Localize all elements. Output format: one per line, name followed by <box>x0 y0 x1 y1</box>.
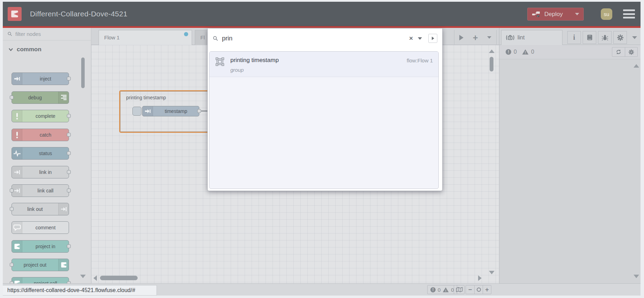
palette-filter-input[interactable]: filter nodes <box>3 28 91 40</box>
tab-flow-2-label: Fl <box>200 35 205 40</box>
node-output-port[interactable] <box>197 109 201 113</box>
sidebar-help-button[interactable] <box>583 31 596 44</box>
search-query-text: prin <box>222 35 409 42</box>
palette-node-inject[interactable]: inject <box>12 72 69 85</box>
palette-node-project-out[interactable]: project out <box>12 259 69 271</box>
palette-node-link-in[interactable]: link in <box>12 166 69 178</box>
canvas-scroll-down-icon[interactable] <box>489 271 495 274</box>
palette-node-label: project out <box>12 259 58 271</box>
palette-node-status[interactable]: status <box>12 147 69 160</box>
node-input-port <box>10 95 14 99</box>
comment-bubble-icon <box>12 222 22 234</box>
palette-category-label: common <box>17 46 41 53</box>
palette-scroll-down-icon[interactable] <box>80 275 86 278</box>
node-output-port <box>67 77 71 81</box>
play-icon <box>432 37 434 40</box>
map-icon <box>455 286 463 293</box>
tab-scroll-right-icon[interactable] <box>459 35 463 40</box>
search-expand-button[interactable] <box>428 34 437 43</box>
pulse-icon <box>12 147 22 159</box>
palette-node-link-out[interactable]: link out <box>12 203 69 215</box>
palette-node-debug[interactable]: debug <box>12 91 69 104</box>
node-output-port <box>67 189 71 192</box>
deploy-options-caret-icon[interactable] <box>575 13 579 15</box>
navigator-toggle-button[interactable] <box>454 285 465 294</box>
sidebar-info-button[interactable]: i <box>567 31 581 44</box>
sidebar-scroll-up-icon[interactable] <box>634 64 639 68</box>
palette-node-complete[interactable]: complete <box>12 110 69 122</box>
palette-node-project-call[interactable]: project call <box>12 277 69 283</box>
search-options-caret-icon[interactable] <box>418 37 422 40</box>
lint-toolbar: ! 0 ! 0 <box>499 45 641 59</box>
palette-node-label: complete <box>22 110 69 122</box>
zoom-out-button[interactable]: − <box>466 285 474 294</box>
header: Different-Collared-Dove-4521 Deploy su <box>3 2 641 26</box>
lint-settings-button[interactable] <box>625 47 637 56</box>
deploy-button[interactable]: Deploy <box>527 8 584 21</box>
clear-search-icon[interactable]: × <box>409 35 413 42</box>
deploy-label: Deploy <box>544 11 563 18</box>
info-icon: i <box>573 33 575 41</box>
search-result-row[interactable]: printing timestamp group flow:Flow 1 <box>209 52 438 77</box>
node-output-port <box>67 151 71 155</box>
deploy-icon <box>532 10 541 18</box>
zoom-controls: − + <box>466 285 491 294</box>
sidebar-debug-button[interactable] <box>598 31 612 44</box>
footer-error-count: 0 <box>438 287 440 293</box>
palette-node-project-in[interactable]: project in <box>12 240 69 253</box>
search-input[interactable]: prin × <box>208 29 442 48</box>
link-icon <box>12 166 22 178</box>
sidebar-tab-label: lint <box>518 35 524 41</box>
node-output-port <box>67 244 71 248</box>
refresh-icon <box>615 49 622 55</box>
search-results-list: printing timestamp group flow:Flow 1 <box>209 51 439 189</box>
bug-icon <box>601 34 608 41</box>
canvas-scroll-up-icon[interactable] <box>489 49 495 53</box>
lint-refresh-button[interactable] <box>612 47 625 56</box>
palette-scrollbar-thumb[interactable] <box>81 58 85 88</box>
canvas-vscrollbar-thumb[interactable] <box>490 57 493 71</box>
svg-text:!: ! <box>525 51 526 55</box>
node-output-port <box>67 170 71 174</box>
user-avatar[interactable]: su <box>601 8 612 20</box>
palette-node-label: catch <box>22 129 69 141</box>
tabbar-tools: + <box>454 30 497 45</box>
palette-node-label: debug <box>12 92 58 104</box>
zoom-reset-button[interactable] <box>474 285 483 294</box>
canvas-scroll-right-icon[interactable] <box>478 275 482 281</box>
main-menu-button[interactable] <box>623 9 635 18</box>
zoom-in-button[interactable]: + <box>483 285 491 294</box>
node-output-port <box>67 114 71 118</box>
palette-filter-placeholder: filter nodes <box>15 31 41 37</box>
chevron-down-icon <box>8 48 13 51</box>
palette-node-comment[interactable]: comment <box>12 221 69 234</box>
sidebar-scroll-down-icon[interactable] <box>634 275 639 278</box>
sidebar-tab-lint[interactable]: lint <box>501 30 562 45</box>
sidebar-config-button[interactable] <box>613 31 627 44</box>
tab-flow-1[interactable]: Flow 1 <box>99 30 192 45</box>
link-icon <box>58 203 69 215</box>
error-count-icon: ! <box>430 287 436 292</box>
palette-node-link-call[interactable]: link call <box>12 184 69 197</box>
canvas-hscrollbar-thumb[interactable] <box>100 276 138 280</box>
sidebar-menu-caret-icon[interactable] <box>632 36 637 39</box>
palette-category-common[interactable]: common <box>3 42 91 57</box>
flowfuse-logo-icon[interactable] <box>8 7 22 21</box>
add-flow-button[interactable]: + <box>473 34 478 41</box>
palette-node-label: project call <box>22 277 69 283</box>
debug-lines-icon <box>58 92 69 104</box>
node-input-port <box>10 189 14 192</box>
lint-medkit-icon <box>506 34 515 41</box>
browser-status-url: https://different-collared-dove-4521.flo… <box>3 285 157 296</box>
palette-node-catch[interactable]: catch <box>12 129 69 141</box>
inject-node-button[interactable] <box>132 107 141 116</box>
inject-node-timestamp[interactable]: timestamp <box>142 106 199 116</box>
palette-node-label: project in <box>22 240 69 252</box>
gear-icon <box>617 34 624 41</box>
canvas-scroll-left-icon[interactable] <box>93 275 97 281</box>
flow-list-caret-icon[interactable] <box>487 36 491 39</box>
result-title: printing timestamp <box>230 57 279 64</box>
palette-node-label: link in <box>22 166 69 178</box>
node-input-port <box>10 263 14 267</box>
footer-issue-counts[interactable]: ! 0 ! 0 <box>427 285 457 294</box>
